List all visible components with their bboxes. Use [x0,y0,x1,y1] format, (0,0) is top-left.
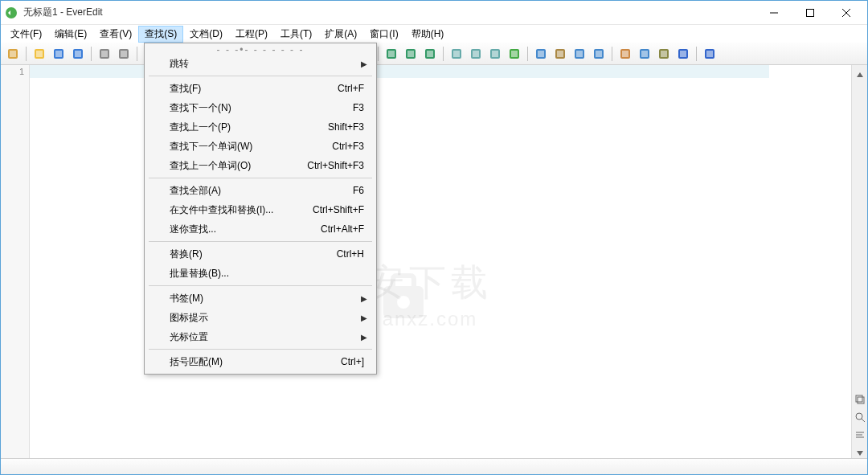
undo-icon[interactable] [96,45,113,63]
svg-rect-52 [511,51,518,57]
menu-item-shortcut: Ctrl+F [338,83,364,94]
minimize-button[interactable] [755,2,792,24]
svg-line-77 [862,419,865,422]
svg-rect-58 [576,51,583,57]
menu-item[interactable]: 查找上一个单词(O)Ctrl+Shift+F3 [147,156,374,175]
svg-rect-2 [806,9,813,16]
svg-rect-62 [622,51,628,57]
menu-item-label: 查找下一个(N) [170,101,353,115]
new-icon[interactable] [4,45,22,63]
menu-item[interactable]: 查找(F)Ctrl+F [147,79,374,98]
svg-rect-42 [407,51,414,57]
window-title: 无标题1 - EverEdit [23,6,755,19]
save-all-icon[interactable] [69,45,87,63]
panel4-icon[interactable] [636,45,653,63]
menu-item[interactable]: 批量替换(B)... [147,264,374,283]
menu-item[interactable]: 图标提示▶ [147,308,374,327]
menu-item[interactable]: 括号匹配(M)Ctrl+] [147,352,374,371]
menu-4[interactable]: 文档(D) [183,26,229,43]
menu-item-shortcut: Ctrl+Shift+F3 [307,160,364,171]
menu-8[interactable]: 窗口(I) [363,26,404,43]
menu-3[interactable]: 查找(S) [138,26,183,43]
svg-rect-44 [427,51,433,57]
chevron-right-icon: ▶ [361,333,367,342]
refresh2-icon[interactable] [467,45,485,63]
tool-icon[interactable] [551,45,569,63]
save-icon[interactable] [50,45,68,63]
svg-rect-8 [36,51,43,57]
cmd2-icon[interactable] [402,45,420,63]
menu-0[interactable]: 文件(F) [4,26,48,43]
panel1-icon[interactable] [571,45,588,63]
menu-item-label: 括号匹配(M) [170,355,341,369]
cmd1-icon[interactable] [383,45,400,63]
close-button[interactable] [828,2,864,24]
rail-up-icon[interactable] [854,70,866,81]
svg-point-73 [397,296,410,309]
menu-2[interactable]: 查看(V) [93,26,138,43]
line-gutter: 1 [1,65,30,458]
rail-down-icon[interactable] [854,447,866,458]
menu-6[interactable]: 工具(T) [274,26,318,43]
menu-item-shortcut: Ctrl+Shift+F [313,204,364,215]
plugin-icon[interactable] [506,45,523,63]
menu-item[interactable]: 在文件中查找和替换(I)...Ctrl+Shift+F [147,200,374,219]
svg-rect-12 [75,51,81,57]
menu-item[interactable]: 查找上一个(P)Shift+F3 [147,117,374,137]
panel2-icon[interactable] [590,45,608,63]
menu-item-shortcut: F3 [353,102,364,113]
menu-7[interactable]: 扩展(A) [318,26,363,43]
svg-rect-66 [661,51,667,57]
svg-rect-75 [858,397,864,403]
toolbar [1,43,867,65]
menu-item-label: 批量替换(B)... [170,267,367,280]
menu-item-shortcut: Ctrl+Alt+F [321,223,364,235]
menu-item-label: 查找上一个(P) [170,121,328,134]
menu-item-label: 图标提示 [170,311,361,325]
redo-icon[interactable] [115,45,133,63]
menu-item-label: 迷你查找... [170,223,321,236]
help-icon[interactable] [701,45,719,63]
window-icon[interactable] [532,45,550,63]
maximize-button[interactable] [792,2,828,24]
svg-rect-14 [101,51,108,57]
menu-item-label: 在文件中查找和替换(I)... [170,203,313,217]
menu-item[interactable]: 跳转▶ [147,54,374,73]
svg-point-76 [856,413,862,420]
svg-rect-16 [121,51,127,57]
svg-rect-54 [538,51,544,57]
svg-rect-46 [453,51,460,57]
svg-rect-56 [557,51,563,57]
menu-item[interactable]: 查找下一个单词(W)Ctrl+F3 [147,137,374,156]
menu-item[interactable]: 替换(R)Ctrl+H [147,244,374,264]
menu-item-label: 光标位置 [170,330,361,344]
menu-item-shortcut: Ctrl+] [341,356,364,367]
rail-copy-icon[interactable] [854,394,866,405]
menu-item-label: 替换(R) [170,248,337,261]
menu-tear-handle[interactable]: - - -•- - - - - - - [147,46,374,54]
menu-1[interactable]: 编辑(E) [48,26,93,43]
menu-item-shortcut: Ctrl+H [337,248,364,260]
refresh3-icon[interactable] [486,45,504,63]
svg-rect-60 [596,51,602,57]
menu-item[interactable]: 迷你查找...Ctrl+Alt+F [147,219,374,239]
menu-9[interactable]: 帮助(H) [405,26,451,43]
chevron-right-icon: ▶ [361,59,367,68]
menu-item[interactable]: 光标位置▶ [147,327,374,346]
menu-item[interactable]: 查找全部(A)F6 [147,181,374,200]
menu-item-label: 跳转 [170,57,361,71]
cmd3-icon[interactable] [421,45,439,63]
ie-icon[interactable] [674,45,692,63]
rail-zoom-icon[interactable] [854,412,866,423]
web-icon[interactable] [655,45,673,63]
rail-wrap-icon[interactable] [854,429,866,440]
menu-item[interactable]: 查找下一个(N)F3 [147,98,374,117]
chevron-right-icon: ▶ [361,294,367,303]
refresh1-icon[interactable] [448,45,465,63]
search-menu-dropdown: - - -•- - - - - - -跳转▶查找(F)Ctrl+F查找下一个(N… [144,43,377,375]
menu-item-label: 书签(M) [170,292,361,305]
panel3-icon[interactable] [616,45,634,63]
menu-5[interactable]: 工程(P) [229,26,274,43]
open-icon[interactable] [31,45,48,63]
menu-item[interactable]: 书签(M)▶ [147,289,374,308]
